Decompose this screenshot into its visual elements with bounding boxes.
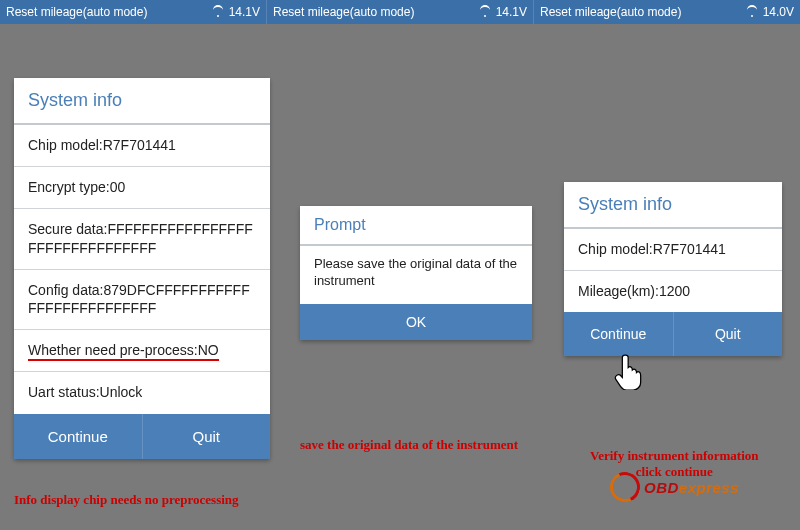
continue-button[interactable]: Continue (14, 414, 142, 459)
topbar-segment-2: Reset mileage(auto mode) 14.1V (267, 0, 534, 24)
continue-button[interactable]: Continue (564, 312, 673, 356)
panel-title: System info (564, 182, 782, 229)
topbar-voltage: 14.0V (763, 5, 794, 19)
quit-button[interactable]: Quit (142, 414, 271, 459)
wifi-icon (211, 7, 225, 17)
watermark-ring-icon (606, 468, 644, 506)
topbar-segment-3: Reset mileage(auto mode) 14.0V (534, 0, 800, 24)
topbar-title: Reset mileage(auto mode) (540, 5, 745, 19)
secure-data-row: Secure data:FFFFFFFFFFFFFFFFFFFFFFFFFFFF… (14, 209, 270, 269)
panel-buttons: Continue Quit (14, 414, 270, 459)
topbar-title: Reset mileage(auto mode) (6, 5, 211, 19)
quit-button[interactable]: Quit (673, 312, 783, 356)
caption-save-data: save the original data of the instrument (300, 437, 518, 453)
topbar-voltage: 14.1V (229, 5, 260, 19)
ok-button[interactable]: OK (300, 304, 532, 340)
prompt-title: Prompt (300, 206, 532, 246)
watermark-logo: OBDexpress (610, 472, 739, 502)
prompt-body: Please save the original data of the ins… (300, 246, 532, 304)
topbar-voltage: 14.1V (496, 5, 527, 19)
panel-buttons: Continue Quit (564, 312, 782, 356)
config-data-row: Config data:879DFCFFFFFFFFFFFFFFFFFFFFFF… (14, 270, 270, 330)
chip-model-row: Chip model:R7F701441 (564, 229, 782, 271)
topbar-segment-1: Reset mileage(auto mode) 14.1V (0, 0, 267, 24)
prompt-buttons: OK (300, 304, 532, 340)
preprocess-row: Whether need pre-process:NO (14, 330, 270, 372)
uart-status-row: Uart status:Unlock (14, 372, 270, 413)
panel-title: System info (14, 78, 270, 125)
system-info-panel-1: System info Chip model:R7F701441 Encrypt… (14, 78, 270, 459)
system-info-panel-2: System info Chip model:R7F701441 Mileage… (564, 182, 782, 356)
chip-model-row: Chip model:R7F701441 (14, 125, 270, 167)
top-bar: Reset mileage(auto mode) 14.1V Reset mil… (0, 0, 800, 24)
wifi-icon (478, 7, 492, 17)
prompt-dialog: Prompt Please save the original data of … (300, 206, 532, 340)
topbar-title: Reset mileage(auto mode) (273, 5, 478, 19)
caption-preprocessing: Info display chip needs no preprocessing (14, 492, 239, 508)
wifi-icon (745, 7, 759, 17)
encrypt-type-row: Encrypt type:00 (14, 167, 270, 209)
mileage-row: Mileage(km):1200 (564, 271, 782, 312)
